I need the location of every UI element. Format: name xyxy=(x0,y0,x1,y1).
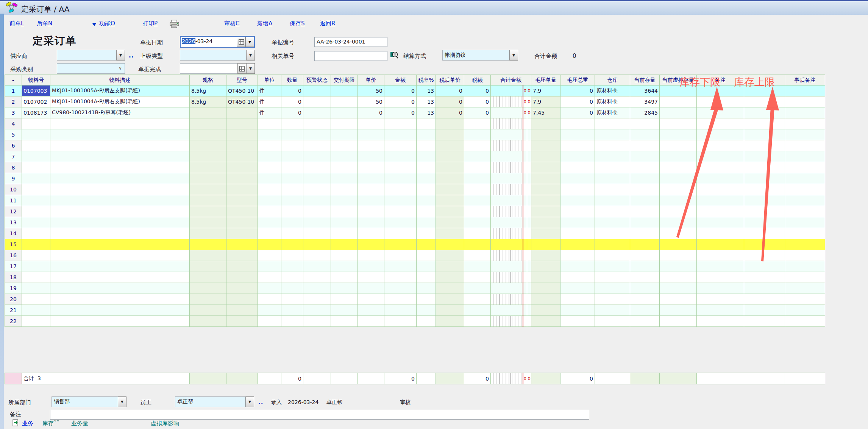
cell-warn[interactable] xyxy=(303,283,331,294)
cell-amount[interactable] xyxy=(384,294,417,305)
row-number[interactable]: 17 xyxy=(5,261,22,272)
cell-qty[interactable] xyxy=(281,217,303,228)
cell-extra[interactable] xyxy=(744,228,785,239)
cell-deadline[interactable] xyxy=(331,107,358,118)
cell-unit_weight[interactable] xyxy=(531,283,560,294)
cell-unit_weight[interactable] xyxy=(531,316,560,327)
cell-tax[interactable] xyxy=(464,195,491,206)
cell-red1[interactable] xyxy=(523,283,527,294)
cell-tax[interactable] xyxy=(464,283,491,294)
cell-spec[interactable] xyxy=(190,294,226,305)
cell-spec[interactable] xyxy=(190,239,226,250)
cell-extra[interactable] xyxy=(744,316,785,327)
cell-spec[interactable] xyxy=(190,173,226,184)
cell-total_weight[interactable] xyxy=(560,316,595,327)
cell-total_weight[interactable] xyxy=(560,228,595,239)
cell-virtual_stock[interactable] xyxy=(660,96,697,107)
cell-amount[interactable]: 0 xyxy=(384,107,417,118)
cell-virtual_stock[interactable] xyxy=(660,217,697,228)
row-number[interactable]: 2 xyxy=(5,96,22,107)
cell-stock[interactable] xyxy=(630,162,660,173)
cell-stripes[interactable] xyxy=(491,195,523,206)
cell-qty[interactable] xyxy=(281,239,303,250)
cell-item_no[interactable] xyxy=(22,305,50,316)
cell-stripes[interactable] xyxy=(491,294,523,305)
cell-stock[interactable]: 2845 xyxy=(630,107,660,118)
cell-qty[interactable] xyxy=(281,316,303,327)
cell-remark[interactable] xyxy=(697,217,744,228)
cell-warn[interactable] xyxy=(303,217,331,228)
cell-post_remark[interactable] xyxy=(785,107,825,118)
cell-deadline[interactable] xyxy=(331,250,358,261)
cell-red1[interactable] xyxy=(523,316,527,327)
cell-amount[interactable] xyxy=(384,305,417,316)
row-number[interactable]: 14 xyxy=(5,228,22,239)
cell-unit[interactable] xyxy=(258,228,281,239)
cell-tax_rate[interactable] xyxy=(417,140,436,151)
cell-price[interactable] xyxy=(358,140,384,151)
cell-extra[interactable] xyxy=(744,162,785,173)
cell-warn[interactable] xyxy=(303,184,331,195)
cell-amount[interactable] xyxy=(384,283,417,294)
cell-price_after_tax[interactable] xyxy=(436,239,464,250)
tab-business-volume[interactable]: 业务量 xyxy=(71,420,88,427)
cell-warn[interactable] xyxy=(303,239,331,250)
cell-item_no[interactable] xyxy=(22,217,50,228)
cell-model[interactable] xyxy=(226,151,258,162)
table-row[interactable]: 14 xyxy=(5,228,825,239)
cell-extra[interactable] xyxy=(744,261,785,272)
cell-price_after_tax[interactable] xyxy=(436,206,464,217)
cell-post_remark[interactable] xyxy=(785,129,825,140)
table-row[interactable]: 11 xyxy=(5,195,825,206)
cell-red1[interactable] xyxy=(523,184,527,195)
cell-red1[interactable]: 0 xyxy=(523,85,527,96)
doc-done-field[interactable]: ▼ xyxy=(180,63,255,74)
cell-tax_rate[interactable] xyxy=(417,228,436,239)
cell-tax[interactable] xyxy=(464,294,491,305)
row-number[interactable]: 10 xyxy=(5,184,22,195)
table-row[interactable]: 4 xyxy=(5,118,825,129)
cell-desc[interactable] xyxy=(50,162,190,173)
cell-post_remark[interactable] xyxy=(785,305,825,316)
table-row[interactable]: 19 xyxy=(5,283,825,294)
doc-no-input[interactable]: AA-26-03-24-0001 xyxy=(314,37,387,47)
cell-extra[interactable] xyxy=(744,107,785,118)
cell-price[interactable] xyxy=(358,184,384,195)
cell-virtual_stock[interactable] xyxy=(660,140,697,151)
cell-price[interactable] xyxy=(358,294,384,305)
table-row[interactable]: 7 xyxy=(5,151,825,162)
cell-unit_weight[interactable] xyxy=(531,151,560,162)
cell-extra[interactable] xyxy=(744,206,785,217)
cell-post_remark[interactable] xyxy=(785,85,825,96)
cell-red1[interactable] xyxy=(523,162,527,173)
cell-price_after_tax[interactable] xyxy=(436,162,464,173)
cell-unit[interactable] xyxy=(258,316,281,327)
cell-warehouse[interactable]: 原材料仓 xyxy=(595,107,630,118)
cell-spec[interactable] xyxy=(190,162,226,173)
cell-warehouse[interactable] xyxy=(595,316,630,327)
cell-unit[interactable]: 件 xyxy=(258,96,281,107)
cell-tax[interactable] xyxy=(464,129,491,140)
cell-amount[interactable] xyxy=(384,173,417,184)
cell-warn[interactable] xyxy=(303,316,331,327)
cell-warn[interactable] xyxy=(303,162,331,173)
cell-remark[interactable] xyxy=(697,228,744,239)
row-number[interactable]: 8 xyxy=(5,162,22,173)
cell-price_after_tax[interactable] xyxy=(436,140,464,151)
cell-post_remark[interactable] xyxy=(785,206,825,217)
function-menu-button[interactable]: 功能O xyxy=(99,20,115,27)
cell-remark[interactable] xyxy=(697,184,744,195)
save-button[interactable]: 保存S xyxy=(290,20,305,27)
cell-stock[interactable] xyxy=(630,129,660,140)
cell-amount[interactable] xyxy=(384,239,417,250)
cell-price[interactable]: 50 xyxy=(358,96,384,107)
cell-tax[interactable] xyxy=(464,272,491,283)
cell-unit[interactable] xyxy=(258,217,281,228)
cell-extra[interactable] xyxy=(744,239,785,250)
cell-extra[interactable] xyxy=(744,151,785,162)
cell-qty[interactable] xyxy=(281,195,303,206)
cell-tax_rate[interactable] xyxy=(417,316,436,327)
cell-tax_rate[interactable] xyxy=(417,151,436,162)
cell-warn[interactable] xyxy=(303,206,331,217)
cell-remark[interactable] xyxy=(697,129,744,140)
